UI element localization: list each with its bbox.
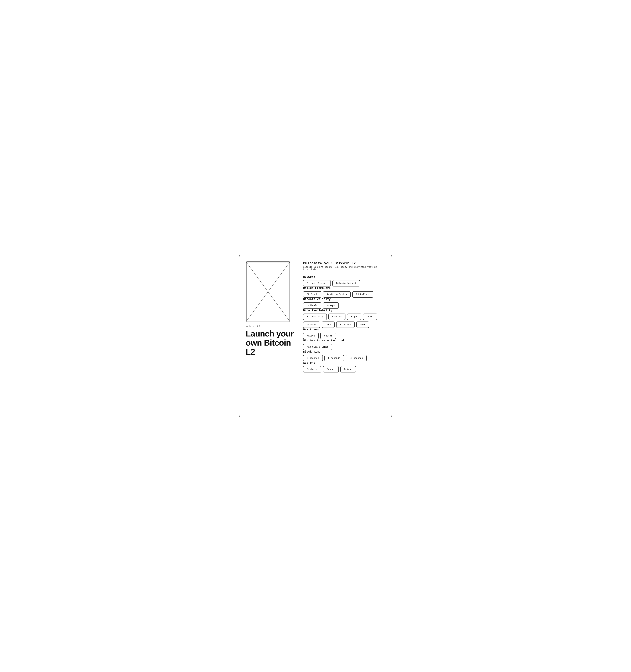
btn-10-seconds[interactable]: 10 seconds xyxy=(346,355,367,361)
section-label-data-availability: Data Availability xyxy=(303,309,385,312)
btn-arweave[interactable]: Arweave xyxy=(303,321,320,328)
section-add-ons: Add onsExplorerFaucetBridge xyxy=(303,361,385,373)
button-group-add-ons: ExplorerFaucetBridge xyxy=(303,366,385,373)
btn-bitcoin-mainnet[interactable]: Bitcoin Mainnet xyxy=(332,280,360,286)
section-label-rollup-framework: Rollup Framework xyxy=(303,286,385,290)
button-group-min-gas: Min Gwei & Limit xyxy=(303,344,385,350)
btn-faucet[interactable]: Faucet xyxy=(323,366,338,373)
main-heading: Launch your own Bitcoin L2 xyxy=(246,329,297,357)
btn-zk-rollups[interactable]: ZK Rollups xyxy=(352,291,373,297)
button-group-data-availability: Bitcoin OnlyClestiaEigenAvailArweaveIPFS… xyxy=(303,314,385,328)
page-title: Customize your Bitcoin L2 xyxy=(303,262,385,265)
btn-ordinals[interactable]: Ordinals xyxy=(303,303,321,309)
btn-bridge[interactable]: Bridge xyxy=(341,366,356,373)
button-group-bitcoin-validity: OrdinalsStamps xyxy=(303,303,385,309)
section-data-availability: Data AvailabilityBitcoin OnlyClestiaEige… xyxy=(303,309,385,328)
btn-min-gwei-and-limit[interactable]: Min Gwei & Limit xyxy=(303,344,332,350)
right-panel: Customize your Bitcoin L2 Bitcoin L2s ar… xyxy=(303,262,385,410)
modular-label: Modular L2 xyxy=(246,325,260,328)
section-block-time: Block Time2 seconds5 seconds10 seconds xyxy=(303,350,385,361)
btn-ipfs[interactable]: IPFS xyxy=(322,321,335,328)
btn-5-seconds[interactable]: 5 seconds xyxy=(324,355,344,361)
sections-container: NetworkBitcoin TestnetBitcoin MainnetRol… xyxy=(303,275,385,373)
btn-bitcoin-testnet[interactable]: Bitcoin Testnet xyxy=(303,280,331,286)
btn-native[interactable]: Native xyxy=(303,333,319,339)
page-container: Modular L2 Launch your own Bitcoin L2 Cu… xyxy=(239,255,392,417)
section-gas-token: Gas tokenNativeCustom xyxy=(303,328,385,339)
btn-custom[interactable]: Custom xyxy=(320,333,336,339)
btn-near[interactable]: Near xyxy=(356,321,369,328)
btn-ethereum[interactable]: Ethereum xyxy=(336,321,354,328)
btn-arbitrum-orbits[interactable]: Arbitrum Orbits xyxy=(323,291,351,297)
btn-stamps[interactable]: Stamps xyxy=(323,303,338,309)
btn-bitcoin-only[interactable]: Bitcoin Only xyxy=(303,314,327,320)
section-label-bitcoin-validity: Bitcoin Validity xyxy=(303,297,385,301)
left-panel: Modular L2 Launch your own Bitcoin L2 xyxy=(246,262,297,410)
button-group-network: Bitcoin TestnetBitcoin Mainnet xyxy=(303,280,385,286)
btn-op-stack[interactable]: OP Stack xyxy=(303,291,321,297)
section-label-block-time: Block Time xyxy=(303,350,385,353)
btn-clestia[interactable]: Clestia xyxy=(328,314,346,320)
wireframe-image xyxy=(246,262,290,322)
page-subtitle: Bitcoin L2s are secure, low-cost, and li… xyxy=(303,266,385,271)
section-min-gas: Min Gas Price & Gas LimitMin Gwei & Limi… xyxy=(303,339,385,350)
section-label-min-gas: Min Gas Price & Gas Limit xyxy=(303,339,385,342)
section-label-add-ons: Add ons xyxy=(303,361,385,364)
btn-2-seconds[interactable]: 2 seconds xyxy=(303,355,323,361)
section-label-gas-token: Gas token xyxy=(303,328,385,331)
btn-avail[interactable]: Avail xyxy=(363,314,377,320)
section-label-network: Network xyxy=(303,275,385,279)
section-rollup-framework: Rollup FrameworkOP StackArbitrum OrbitsZ… xyxy=(303,286,385,297)
button-group-gas-token: NativeCustom xyxy=(303,333,385,339)
section-bitcoin-validity: Bitcoin ValidityOrdinalsStamps xyxy=(303,297,385,309)
btn-eigen[interactable]: Eigen xyxy=(347,314,361,320)
button-group-rollup-framework: OP StackArbitrum OrbitsZK Rollups xyxy=(303,291,385,297)
section-network: NetworkBitcoin TestnetBitcoin Mainnet xyxy=(303,275,385,286)
button-group-block-time: 2 seconds5 seconds10 seconds xyxy=(303,355,385,361)
page-header: Customize your Bitcoin L2 Bitcoin L2s ar… xyxy=(303,262,385,271)
btn-explorer[interactable]: Explorer xyxy=(303,366,321,373)
